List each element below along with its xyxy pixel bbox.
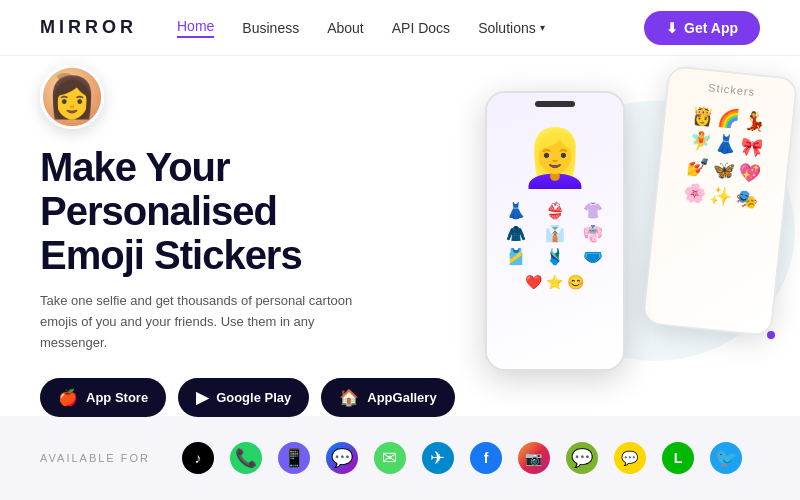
sticker-7: 🎽 — [506, 247, 526, 266]
sticker-row-3: 🎽 🩱 🩲 — [497, 247, 613, 266]
cartoon-avatar: 👱‍♀️ — [520, 125, 590, 191]
sticker-3: 👚 — [583, 201, 603, 220]
phone-mockup-secondary: Stickers 👸 🌈 💃 🧚 👗 🎀 💅 🦋 💖 🌸 ✨ 🎭 — [641, 65, 797, 337]
twitter-icon[interactable]: 🐦 — [710, 442, 742, 474]
imessage-icon[interactable]: ✉ — [374, 442, 406, 474]
viber-icon[interactable]: 📱 — [278, 442, 310, 474]
emoji-4: 🧚 — [688, 130, 712, 154]
sticker-row-2: 🧥 👔 👘 — [497, 224, 613, 243]
hero-title: Make YourPersonalisedEmoji Stickers — [40, 145, 455, 277]
emoji-7: 💅 — [685, 155, 709, 179]
emoji-1: 👸 — [690, 104, 714, 128]
emoji-6: 🎀 — [739, 135, 763, 159]
chevron-down-icon: ▾ — [540, 22, 545, 33]
emoji-grid: 👸 🌈 💃 🧚 👗 🎀 💅 🦋 💖 🌸 ✨ 🎭 — [682, 104, 766, 211]
facebook-icon[interactable]: f — [470, 442, 502, 474]
play-icon: ▶ — [196, 388, 208, 407]
emoji-2: 🌈 — [716, 106, 740, 130]
sticker-4: 🧥 — [506, 224, 526, 243]
download-icon: ⬇ — [666, 20, 678, 36]
emoji-12: 🎭 — [734, 187, 758, 211]
heart-icon: ❤️ — [525, 274, 542, 290]
phone-screen-secondary: Stickers 👸 🌈 💃 🧚 👗 🎀 💅 🦋 💖 🌸 ✨ 🎭 — [644, 67, 796, 335]
emoji-10: 🌸 — [682, 181, 706, 205]
smiley-icon: 😊 — [567, 274, 584, 290]
apple-icon: 🍎 — [58, 388, 78, 407]
emoji-9: 💖 — [737, 161, 761, 185]
store-buttons: 🍎 App Store ▶ Google Play 🏠 AppGallery — [40, 378, 455, 417]
hero-content: Make YourPersonalisedEmoji Stickers Take… — [40, 65, 455, 416]
nav-business[interactable]: Business — [242, 20, 299, 36]
sticker-row-1: 👗 👙 👚 — [497, 201, 613, 220]
star-icon: ⭐ — [546, 274, 563, 290]
navbar: MIRROR Home Business About API Docs Solu… — [0, 0, 800, 56]
emoji-5: 👗 — [713, 132, 737, 156]
emoji-11: ✨ — [708, 184, 732, 208]
bottom-bar: AVAILABLE FOR ♪ 📞 📱 💬 ✉ ✈ f 📷 💬 💬 L 🐦 — [0, 416, 800, 500]
dot-purple — [767, 331, 775, 339]
nav-solutions[interactable]: Solutions ▾ — [478, 20, 545, 36]
get-app-button[interactable]: ⬇ Get App — [644, 11, 760, 45]
messenger-icon[interactable]: 💬 — [326, 442, 358, 474]
sms-icon[interactable]: 💬 — [614, 442, 646, 474]
sticker-9: 🩲 — [583, 247, 603, 266]
app-store-button[interactable]: 🍎 App Store — [40, 378, 166, 417]
nav-home[interactable]: Home — [177, 18, 214, 38]
platform-icons: ♪ 📞 📱 💬 ✉ ✈ f 📷 💬 💬 L 🐦 — [182, 442, 742, 474]
sticker-5: 👔 — [545, 224, 565, 243]
phone-notch — [535, 101, 575, 107]
sticker-controls: 👗 👙 👚 🧥 👔 👘 🎽 🩱 🩲 — [491, 201, 619, 266]
telegram-icon[interactable]: ✈ — [422, 442, 454, 474]
wechat-icon[interactable]: 💬 — [566, 442, 598, 474]
avatar-face — [43, 65, 101, 129]
nav-api-docs[interactable]: API Docs — [392, 20, 450, 36]
gallery-icon: 🏠 — [339, 388, 359, 407]
google-play-button[interactable]: ▶ Google Play — [178, 378, 309, 417]
phone-screen-main: 👱‍♀️ 👗 👙 👚 🧥 👔 👘 🎽 🩱 — [487, 93, 623, 369]
sticker-6: 👘 — [583, 224, 603, 243]
sticker-8: 🩱 — [545, 247, 565, 266]
emoji-8: 🦋 — [711, 158, 735, 182]
hero-subtitle: Take one selfie and get thousands of per… — [40, 291, 380, 353]
line-icon[interactable]: L — [662, 442, 694, 474]
hero-section: Make YourPersonalisedEmoji Stickers Take… — [0, 56, 800, 416]
avatar — [40, 65, 104, 129]
instagram-icon[interactable]: 📷 — [518, 442, 550, 474]
sticker-1: 👗 — [506, 201, 526, 220]
app-gallery-button[interactable]: 🏠 AppGallery — [321, 378, 454, 417]
logo: MIRROR — [40, 17, 137, 38]
bottom-icons: ❤️ ⭐ 😊 — [525, 274, 584, 290]
phone-mockup-main: 👱‍♀️ 👗 👙 👚 🧥 👔 👘 🎽 🩱 — [485, 91, 625, 371]
phone-label: Stickers — [707, 81, 755, 98]
nav-links: Home Business About API Docs Solutions ▾ — [177, 18, 644, 38]
hero-illustration: 👱‍♀️ 👗 👙 👚 🧥 👔 👘 🎽 🩱 — [455, 71, 795, 411]
emoji-3: 💃 — [742, 109, 766, 133]
nav-about[interactable]: About — [327, 20, 364, 36]
tiktok-icon[interactable]: ♪ — [182, 442, 214, 474]
available-label: AVAILABLE FOR — [40, 452, 150, 464]
sticker-2: 👙 — [545, 201, 565, 220]
whatsapp-icon[interactable]: 📞 — [230, 442, 262, 474]
